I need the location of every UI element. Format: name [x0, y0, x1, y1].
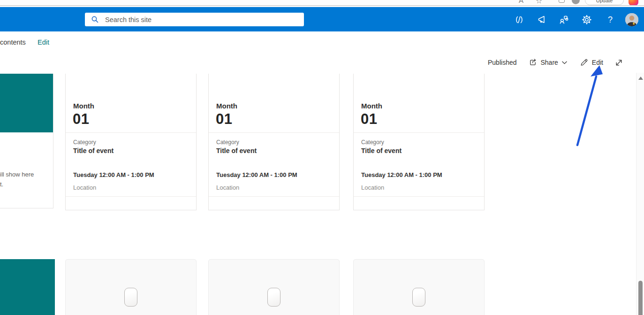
code-icon[interactable]	[514, 14, 525, 25]
event-location: Location	[216, 184, 239, 191]
card-divider	[66, 132, 196, 133]
placeholder-card[interactable]	[208, 259, 340, 315]
suite-bar: ?	[0, 7, 644, 31]
teal-image-tile	[0, 259, 55, 315]
publish-status: Published	[488, 59, 517, 66]
event-category: Category	[73, 139, 96, 146]
card-divider	[209, 196, 339, 197]
event-title: Title of event	[216, 147, 257, 154]
event-category: Category	[361, 139, 384, 146]
placeholder-card[interactable]	[65, 259, 197, 315]
share-button-label: Share	[541, 59, 558, 66]
card-divider	[354, 196, 484, 197]
expand-page-button[interactable]	[615, 59, 623, 67]
vertical-scrollbar[interactable]	[636, 73, 644, 315]
event-datetime: Tuesday 12:00 AM - 1:00 PM	[73, 171, 154, 178]
event-card-partial[interactable]: ill show here t.	[0, 74, 53, 208]
browser-chrome-strip: A ☆ Update	[0, 0, 644, 6]
chevron-down-icon	[562, 61, 567, 64]
event-month-label: Month	[73, 102, 94, 110]
annotation-arrow	[570, 61, 612, 150]
event-month-label: Month	[361, 102, 382, 110]
event-card[interactable]: Month 01 Category Title of event Tuesday…	[353, 74, 485, 210]
event-card[interactable]: Month 01 Category Title of event Tuesday…	[65, 74, 197, 210]
card-divider	[354, 132, 484, 133]
copilot-icon[interactable]	[629, 0, 638, 6]
image-placeholder-icon	[267, 288, 280, 307]
nav-edit-link[interactable]: Edit	[38, 38, 49, 46]
scrollbar-thumb[interactable]	[638, 281, 643, 315]
help-icon[interactable]: ?	[605, 14, 616, 25]
account-avatar[interactable]	[625, 13, 638, 26]
nav-contents-label[interactable]: contents	[0, 38, 26, 46]
favorites-star-icon[interactable]: ☆	[536, 0, 542, 5]
partial-text-line2: t.	[0, 181, 3, 188]
event-title: Title of event	[73, 147, 114, 154]
share-button[interactable]: Share	[529, 58, 567, 67]
people-sharing-icon[interactable]	[558, 14, 569, 25]
event-day-number: 01	[73, 111, 89, 128]
feedback-megaphone-icon[interactable]	[536, 14, 547, 25]
card-divider	[66, 196, 196, 197]
search-icon	[91, 15, 99, 23]
event-location: Location	[73, 184, 96, 191]
settings-gear-icon[interactable]	[581, 14, 592, 25]
read-aloud-icon[interactable]: A	[519, 0, 523, 4]
browser-profile-icon[interactable]	[572, 0, 580, 4]
partial-text-line1: ill show here	[0, 171, 34, 178]
image-placeholder-icon	[124, 288, 137, 307]
site-nav-row: contents Edit	[0, 31, 644, 52]
event-day-number: 01	[361, 111, 377, 128]
event-image-placeholder	[0, 74, 53, 132]
browser-update-button[interactable]: Update	[585, 0, 624, 5]
event-title: Title of event	[361, 147, 402, 154]
split-screen-icon[interactable]	[559, 0, 565, 3]
share-icon	[529, 58, 537, 67]
event-category: Category	[216, 139, 239, 146]
placeholder-card[interactable]	[353, 259, 485, 315]
search-input[interactable]	[104, 15, 292, 24]
event-datetime: Tuesday 12:00 AM - 1:00 PM	[216, 171, 297, 178]
event-card[interactable]: Month 01 Category Title of event Tuesday…	[208, 74, 340, 210]
sharepoint-page: A ☆ Update	[0, 0, 644, 315]
pencil-icon	[580, 58, 588, 67]
search-box[interactable]	[85, 13, 304, 26]
scroll-up-arrow-icon[interactable]	[638, 77, 643, 80]
edit-page-button[interactable]: Edit	[580, 58, 603, 67]
expand-icon	[615, 59, 623, 67]
image-placeholder-icon	[412, 288, 425, 307]
event-location: Location	[361, 184, 384, 191]
card-divider	[209, 132, 339, 133]
event-datetime: Tuesday 12:00 AM - 1:00 PM	[361, 171, 442, 178]
event-day-number: 01	[216, 111, 232, 128]
edit-button-label: Edit	[592, 59, 603, 66]
event-month-label: Month	[216, 102, 237, 110]
page-command-bar: Published Share	[488, 55, 623, 69]
